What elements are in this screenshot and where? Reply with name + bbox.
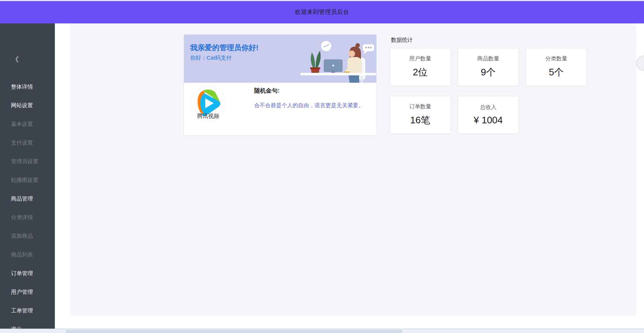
stat-label: 总收入 — [480, 104, 497, 111]
sidebar-item-product-mgmt[interactable]: 商品管理 — [11, 195, 33, 202]
stat-value: 2位 — [413, 66, 428, 79]
sidebar-item-overview[interactable]: 整体详情 — [11, 83, 33, 90]
sidebar-collapse-icon[interactable]: 《 — [12, 55, 19, 64]
chair — [358, 57, 365, 83]
stat-value: 16笔 — [410, 114, 430, 127]
sidebar-item-site-settings[interactable]: 网站设置 — [11, 102, 33, 109]
stat-card-revenue: 总收入 ¥ 1004 — [457, 96, 519, 134]
stat-label: 分类数量 — [545, 55, 567, 62]
stat-label: 订单数量 — [409, 103, 431, 110]
sidebar-item-pay-settings[interactable]: 支付设置 — [11, 139, 33, 146]
speech-bubble-icon — [363, 44, 374, 54]
welcome-card: 我亲爱的管理员你好! 你好：Cat码支付 腾讯视频 随机金句: 合不合群是个人的… — [184, 34, 377, 136]
stats-title: 数据统计 — [391, 37, 413, 44]
tencent-video-logo: 腾讯视频 — [191, 86, 226, 121]
sidebar-item-carousel-settings[interactable]: 轮播图设置 — [11, 177, 38, 184]
stat-value: ¥ 1004 — [474, 115, 503, 126]
welcome-greeting: 你好：Cat码支付 — [190, 55, 231, 61]
person — [346, 43, 362, 83]
welcome-title: 我亲爱的管理员你好! — [190, 43, 259, 53]
logo-text: 腾讯视频 — [197, 113, 219, 119]
stat-value: 5个 — [549, 66, 564, 79]
welcome-banner: 我亲爱的管理员你好! 你好：Cat码支付 — [184, 35, 376, 83]
stat-card-users: 用户数量 2位 — [389, 48, 451, 86]
sidebar-item-category-detail[interactable]: 分类详情 — [11, 214, 33, 221]
sidebar-item-basic-settings[interactable]: 基本设置 — [11, 121, 33, 128]
page-title: 欢迎来到管理员后台 — [295, 8, 349, 16]
desk — [300, 73, 376, 83]
clock-icon — [321, 41, 331, 51]
header-bar: 欢迎来到管理员后台 — [0, 1, 644, 23]
horizontal-scrollbar[interactable] — [0, 329, 644, 333]
play-icon: 腾讯视频 — [191, 86, 226, 121]
quote-section: 腾讯视频 随机金句: 合不合群是个人的自由，谣言更是无关紧要。 — [184, 83, 376, 136]
keyboard — [344, 71, 350, 73]
horizontal-scrollbar-thumb[interactable] — [66, 330, 402, 333]
monitor — [324, 60, 342, 73]
stat-value: 9个 — [481, 66, 496, 79]
admin-dashboard: 欢迎来到管理员后台 《 整体详情 网站设置 基本设置 支付设置 管理员设置 轮播… — [0, 0, 644, 333]
stat-card-orders: 订单数量 16笔 — [389, 96, 451, 134]
sidebar: 《 整体详情 网站设置 基本设置 支付设置 管理员设置 轮播图设置 商品管理 分… — [0, 23, 55, 330]
sidebar-item-ticket-mgmt[interactable]: 工单管理 — [11, 307, 33, 314]
sidebar-item-order-mgmt[interactable]: 订单管理 — [11, 270, 33, 277]
stat-label: 商品数量 — [477, 55, 499, 62]
plant — [310, 51, 321, 75]
stat-card-categories: 分类数量 5个 — [526, 48, 587, 86]
stat-label: 用户数量 — [409, 55, 431, 62]
sidebar-item-user-mgmt[interactable]: 用户管理 — [11, 289, 33, 296]
sidebar-item-add-product[interactable]: 添加商品 — [11, 233, 33, 240]
quote-label: 随机金句: — [254, 87, 279, 95]
sidebar-item-product-list[interactable]: 商品列表 — [11, 251, 33, 258]
quote-text: 合不合群是个人的自由，谣言更是无关紧要。 — [254, 101, 364, 110]
edge-toggle-button[interactable] — [637, 56, 644, 70]
stat-card-products: 商品数量 9个 — [457, 48, 519, 86]
sidebar-item-admin-settings[interactable]: 管理员设置 — [11, 158, 38, 165]
